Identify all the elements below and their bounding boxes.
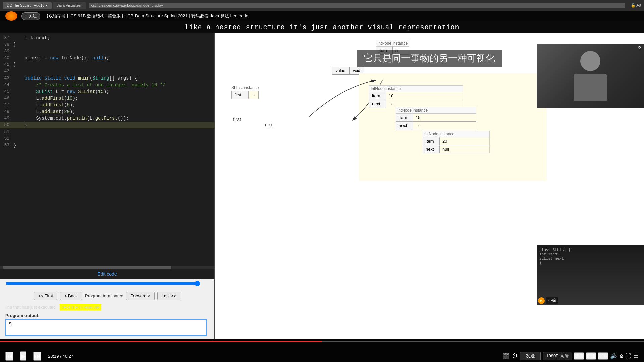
address-bar[interactable]: cscircles.cemc.uwaterloo.ca/#mode=displa…	[89, 3, 625, 8]
webcam-help-icon[interactable]: ?	[638, 45, 641, 52]
next-label-1: next	[265, 122, 274, 127]
send-button[interactable]: 发送	[520, 352, 541, 360]
sllist-title: SLList instance	[231, 85, 259, 90]
tab-java-viz[interactable]: Java Visualizer	[53, 2, 86, 9]
output-section: Program output: 5	[0, 312, 214, 339]
intnode-3-item-row: item 20	[423, 137, 489, 145]
choose-button[interactable]: 选集	[574, 352, 584, 360]
code-area: 37 i.k.next; 38 } 39 40 p.next = new Int…	[0, 33, 214, 266]
legend-highlight: next line to execute	[60, 304, 101, 310]
code-panel: 37 i.k.next; 38 } 39 40 p.next = new Int…	[0, 33, 215, 339]
intnode-3-item-value: 20	[440, 137, 489, 145]
annotation-bar: + 关注 【双语字幕】CS 61B 数据结构 | 整合版 | UCB Data …	[0, 11, 644, 21]
subtitle-english: like a nested structure it's just anothe…	[0, 21, 644, 33]
play-next-button[interactable]: ⏭	[33, 352, 41, 361]
emoji-icon-2: ⏱	[512, 353, 518, 360]
time-display: 23:19 / 46:27	[48, 354, 73, 359]
player-bar: ⏮ ▶ ⏭ 23:19 / 46:27 🎬 ⏱ 发送 1080P 高清 选集 倍…	[0, 339, 644, 362]
mini-thumb-content: class SLList { int item; SLList next; }	[537, 245, 644, 305]
right-icons: 🎬 ⏱ 发送 1080P 高清 选集 倍速 字幕 🔊 ⚙ ⛶ ☰	[502, 352, 639, 360]
intnode-1-next-row: next →	[369, 100, 463, 108]
intnode-3: IntNode instance item 20 next null	[423, 131, 490, 153]
legend-bar: line that has just executed next line to…	[0, 303, 214, 312]
sllist-box: first →	[231, 91, 259, 99]
code-line-53: 53 }	[0, 142, 214, 149]
main-content: 37 i.k.next; 38 } 39 40 p.next = new Int…	[0, 33, 644, 339]
output-box: 5	[5, 319, 207, 336]
browser-tabs: 2.2 The SLList · Hug16 × Java Visualizer	[3, 2, 86, 9]
intnode-3-box: item 20 next null	[423, 137, 490, 153]
intnode-1-next-value: →	[386, 100, 463, 108]
last-button[interactable]: Last >>	[157, 292, 180, 300]
code-line-51: 51	[0, 128, 214, 135]
code-line-42: 42	[0, 68, 214, 75]
menu-icon[interactable]: ☰	[633, 352, 639, 360]
code-line-44: 44 /* Creates a list of one integer, nam…	[0, 82, 214, 88]
intnode-2-next-label: next	[396, 122, 413, 130]
intnode-2-item-value: 15	[413, 114, 476, 121]
intnode-1-item-label: item	[369, 92, 386, 100]
play-button[interactable]: ▶	[20, 351, 26, 361]
fullscreen-icon[interactable]: ⛶	[625, 353, 631, 360]
code-line-45: 45 SLList L = new SLList(15);	[0, 88, 214, 95]
legend-static-text: line that has just executed	[5, 305, 56, 310]
code-line-40: 40 p.next = new IntNode(x, null);	[0, 55, 214, 61]
step-slider[interactable]	[5, 281, 200, 286]
scrollbar-thumb[interactable]	[3, 266, 171, 269]
player-controls: ⏮ ▶ ⏭ 23:19 / 46:27 🎬 ⏱ 发送 1080P 高清 选集 倍…	[0, 351, 644, 361]
back-button[interactable]: < Back	[60, 292, 82, 300]
intnode-2-item-label: item	[396, 114, 413, 121]
intnode-2-box: item 15 next →	[396, 113, 476, 130]
value-box: value	[332, 67, 349, 75]
intnode-3-title: IntNode instance	[423, 131, 490, 137]
settings-icon[interactable]: ⚙	[620, 352, 623, 360]
webcam-figure	[574, 51, 607, 101]
sllist-first-row: first →	[232, 91, 258, 99]
intnode-3-next-value: null	[440, 145, 489, 153]
intnode-1-item-row: item 10	[369, 92, 463, 100]
intnode-1-next-label: next	[369, 100, 386, 108]
emoji-icon-1: 🎬	[502, 352, 510, 360]
code-line-50: 50 }	[0, 122, 214, 128]
intnode-1: IntNode instance item 10 next →	[369, 85, 463, 108]
edit-code-link[interactable]: Edit code	[0, 269, 214, 279]
intnode-3-next-row: next null	[423, 145, 489, 153]
intnode-2-next-value: →	[413, 122, 476, 130]
tab-sllist[interactable]: 2.2 The SLList · Hug16 ×	[3, 2, 52, 9]
play-prev-button[interactable]: ⏮	[5, 352, 13, 361]
person-body	[574, 74, 607, 101]
first-button[interactable]: << First	[34, 292, 57, 300]
first-external-label: first	[233, 116, 241, 122]
visualizer-panel: 它只是同一事物的另一种可视化 value void SLList instanc…	[215, 33, 644, 339]
intnode-3-next-label: next	[423, 145, 440, 153]
code-line-48: 48 L.addLast(20);	[0, 108, 214, 115]
browser-controls: 🔒 Aa	[631, 3, 641, 8]
mini-thumb-name: 小徐	[546, 297, 558, 304]
speed-button[interactable]: 倍速	[586, 352, 596, 360]
progress-bar-fill	[0, 341, 322, 342]
nav-controls: << First < Back Program terminated Forwa…	[0, 289, 214, 303]
progress-bar-container[interactable]	[0, 341, 644, 342]
follow-button[interactable]: + 关注	[21, 12, 40, 20]
forward-button[interactable]: Forward >	[126, 292, 155, 300]
volume-icon[interactable]: 🔊	[610, 352, 618, 360]
quality-button[interactable]: 1080P 高清	[543, 352, 572, 360]
intnode-1-box: item 10 next →	[369, 92, 463, 108]
channel-avatar	[5, 11, 17, 21]
sllist-first-value: →	[249, 91, 258, 99]
horizontal-scrollbar[interactable]	[0, 266, 214, 269]
code-line-46: 46 L.addFirst(10);	[0, 95, 214, 102]
intnode-2: IntNode instance item 15 next →	[396, 107, 476, 130]
person-head	[580, 51, 600, 71]
code-line-37: 37 i.k.next;	[0, 35, 214, 41]
total-time: 46:27	[62, 354, 73, 359]
subtitle-button[interactable]: 字幕	[598, 352, 608, 360]
code-line-38: 38 }	[0, 41, 214, 48]
nav-status: Program terminated	[85, 293, 123, 298]
output-label: Program output:	[5, 313, 209, 318]
code-line-39: 39	[0, 48, 214, 55]
code-line-52: 52	[0, 135, 214, 142]
sllist-instance: SLList instance first →	[231, 85, 259, 99]
intnode-2-next-row: next →	[396, 122, 476, 130]
mini-thumbnail[interactable]: class SLList { int item; SLList next; } …	[537, 245, 644, 305]
